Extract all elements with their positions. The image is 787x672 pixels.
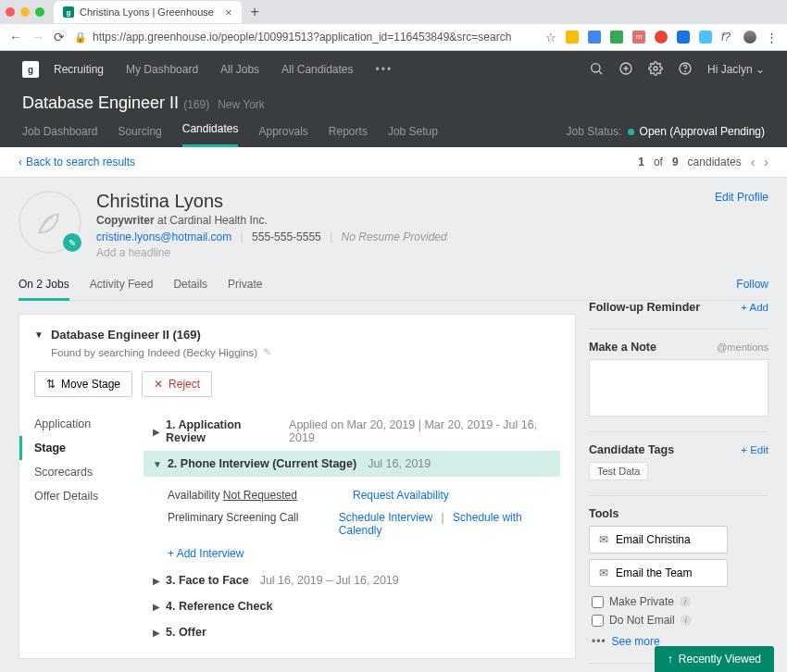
star-icon[interactable]: ☆ [545, 31, 556, 44]
ext-icon[interactable] [566, 31, 579, 44]
ext-icon[interactable] [699, 31, 712, 44]
tab-details[interactable]: Details [173, 278, 207, 300]
window-close-icon[interactable] [6, 7, 15, 17]
ext-icon[interactable] [610, 31, 623, 44]
recently-viewed-button[interactable]: ↑ Recently Viewed [655, 646, 774, 672]
user-avatar-icon[interactable] [743, 31, 756, 44]
request-availability-link[interactable]: Request Availability [353, 489, 449, 502]
reject-icon: ✕ [154, 378, 163, 391]
help-icon[interactable] [678, 61, 693, 79]
tools-heading: Tools [589, 507, 618, 520]
greenhouse-logo[interactable]: g [22, 61, 39, 78]
candidate-name: Christina Lyons [96, 191, 447, 212]
forward-icon[interactable]: → [31, 30, 44, 44]
nav-my-dashboard[interactable]: My Dashboard [126, 63, 198, 76]
chevron-left-icon: ‹ [19, 156, 22, 168]
schedule-interview-link[interactable]: Schedule Interview [339, 511, 432, 524]
add-headline[interactable]: Add a headline [96, 246, 447, 259]
stage-application-review[interactable]: ▶ 1. Application Review Applied on Mar 2… [144, 412, 560, 451]
note-textarea[interactable] [589, 359, 768, 417]
add-icon[interactable] [618, 61, 633, 79]
nav-all-candidates[interactable]: All Candidates [281, 63, 353, 76]
candidate-tags-heading: Candidate Tags [589, 443, 674, 456]
job-card-title: Database Engineer II (169) [51, 328, 201, 342]
edit-profile-link[interactable]: Edit Profile [715, 191, 768, 204]
next-candidate-icon[interactable]: › [764, 155, 768, 169]
stage-offer[interactable]: ▶ 5. Offer [144, 619, 560, 645]
ext-icon[interactable]: f? [721, 31, 734, 44]
chevron-down-icon: ⌄ [756, 63, 765, 76]
info-icon[interactable]: i [680, 596, 691, 607]
ext-icon[interactable] [677, 31, 690, 44]
email-team-button[interactable]: ✉ Email the Team [589, 559, 728, 587]
svg-point-0 [592, 63, 600, 71]
stage-nav-offer[interactable]: Offer Details [34, 484, 144, 508]
gear-icon[interactable] [648, 61, 663, 79]
do-not-email-label: Do Not Email [609, 614, 675, 627]
edit-tags-link[interactable]: + Edit [741, 444, 768, 455]
see-more-link[interactable]: See more [612, 635, 660, 648]
page-title: Database Engineer II (169) New York [22, 93, 765, 113]
close-tab-icon[interactable]: × [225, 6, 232, 19]
tag-chip[interactable]: Test Data [589, 462, 648, 480]
leaf-icon [34, 206, 66, 238]
followup-reminder-heading: Follow-up Reminder [589, 301, 700, 314]
subnav-sourcing[interactable]: Sourcing [118, 125, 161, 147]
user-menu[interactable]: Hi Jaclyn ⌄ [707, 63, 765, 76]
status-dot-icon [628, 129, 634, 135]
svg-line-1 [599, 71, 602, 74]
greenhouse-favicon: g [63, 6, 74, 18]
subnav-approvals[interactable]: Approvals [258, 125, 307, 147]
kebab-menu-icon[interactable]: ⋮ [766, 31, 778, 44]
url-text[interactable]: https://app.greenhouse.io/people/1009915… [93, 31, 511, 44]
ext-icon[interactable] [655, 31, 668, 44]
window-minimize-icon[interactable] [20, 7, 30, 17]
follow-link[interactable]: Follow [736, 278, 768, 300]
edit-avatar-icon[interactable]: ✎ [63, 233, 81, 252]
info-icon[interactable]: i [681, 615, 692, 626]
caret-down-icon[interactable]: ▼ [34, 330, 44, 340]
browser-tab[interactable]: g Christina Lyons | Greenhouse × [54, 1, 242, 23]
ext-icon[interactable] [588, 31, 601, 44]
envelope-icon: ✉ [599, 566, 608, 579]
nav-more-icon[interactable]: ••• [376, 63, 394, 76]
add-interview-link[interactable]: + Add Interview [168, 547, 551, 560]
prev-candidate-icon[interactable]: ‹ [751, 155, 756, 169]
tab-on-jobs[interactable]: On 2 Jobs [19, 278, 69, 301]
do-not-email-checkbox[interactable] [592, 615, 604, 627]
job-card-database-engineer: ▼ Database Engineer II (169) Found by se… [19, 314, 576, 659]
extensions-area: m f? [566, 31, 756, 44]
availability-status[interactable]: Not Requested [223, 489, 297, 502]
stage-nav-stage[interactable]: Stage [19, 436, 144, 460]
make-private-checkbox[interactable] [592, 596, 604, 608]
ext-icon[interactable]: m [632, 31, 645, 44]
pencil-icon[interactable]: ✎ [263, 346, 271, 358]
nav-all-jobs[interactable]: All Jobs [220, 63, 259, 76]
make-note-heading: Make a Note [589, 341, 656, 354]
search-icon[interactable] [589, 61, 604, 79]
back-to-search-link[interactable]: Back to search results [26, 156, 135, 168]
email-candidate-button[interactable]: ✉ Email Christina [589, 526, 728, 554]
subnav-candidates[interactable]: Candidates [182, 122, 239, 147]
subnav-job-dashboard[interactable]: Job Dashboard [22, 125, 97, 147]
move-stage-button[interactable]: ⇅ Move Stage [34, 371, 132, 397]
stage-reference-check[interactable]: ▶ 4. Reference Check [144, 593, 560, 619]
reload-icon[interactable]: ⟳ [54, 30, 65, 44]
window-maximize-icon[interactable] [35, 7, 44, 17]
stage-nav-scorecards[interactable]: Scorecards [34, 460, 144, 484]
caret-right-icon: ▶ [153, 628, 160, 638]
back-icon[interactable]: ← [9, 30, 22, 44]
pager-current: 1 [638, 156, 644, 168]
stage-nav-application[interactable]: Application [34, 412, 144, 436]
subnav-job-setup[interactable]: Job Setup [388, 125, 438, 147]
stage-phone-interview[interactable]: ▼ 2. Phone Interview (Current Stage) Jul… [144, 451, 560, 477]
stage-face-to-face[interactable]: ▶ 3. Face to Face Jul 16, 2019 – Jul 16,… [144, 567, 560, 593]
candidate-email-link[interactable]: cristine.lyons@hotmail.com [96, 230, 231, 243]
reject-button[interactable]: ✕ Reject [142, 371, 212, 397]
tab-private[interactable]: Private [228, 278, 262, 300]
nav-recruiting[interactable]: Recruiting [54, 63, 104, 76]
add-reminder-link[interactable]: + Add [741, 302, 768, 313]
tab-activity-feed[interactable]: Activity Feed [90, 278, 154, 300]
subnav-reports[interactable]: Reports [329, 125, 368, 147]
new-tab-button[interactable]: + [251, 4, 259, 20]
